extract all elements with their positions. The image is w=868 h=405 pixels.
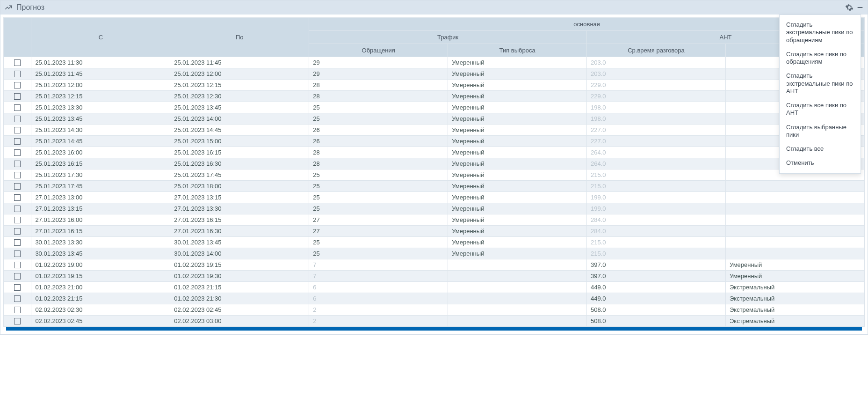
- checkbox-icon[interactable]: [14, 295, 21, 302]
- table-row[interactable]: 25.01.2023 17:3025.01.2023 17:4525Умерен…: [4, 169, 865, 181]
- table-row[interactable]: 25.01.2023 12:1525.01.2023 12:3028Умерен…: [4, 91, 865, 102]
- checkbox-icon[interactable]: [14, 116, 21, 122]
- checkbox-icon[interactable]: [14, 262, 21, 268]
- checkbox-icon[interactable]: [14, 161, 21, 167]
- table-row[interactable]: 25.01.2023 11:4525.01.2023 12:0029Умерен…: [4, 68, 865, 80]
- checkbox-icon[interactable]: [14, 127, 21, 133]
- checkbox-icon[interactable]: [14, 217, 21, 223]
- cell-aht: 215.0: [587, 248, 726, 259]
- table-row[interactable]: 02.02.2023 02:3002.02.2023 02:452508.0Эк…: [4, 304, 865, 316]
- row-checkbox-cell[interactable]: [4, 68, 31, 80]
- table-row[interactable]: 25.01.2023 14:3025.01.2023 14:4526Умерен…: [4, 125, 865, 136]
- row-checkbox-cell[interactable]: [4, 192, 31, 203]
- checkbox-icon[interactable]: [14, 228, 21, 235]
- row-checkbox-cell[interactable]: [4, 282, 31, 293]
- checkbox-icon[interactable]: [14, 284, 21, 291]
- checkbox-icon[interactable]: [14, 59, 21, 66]
- table-row[interactable]: 25.01.2023 11:3025.01.2023 11:4529Умерен…: [4, 57, 865, 68]
- menu-item-2[interactable]: Сгладить экстремальные пики по АНТ: [780, 69, 861, 98]
- checkbox-icon[interactable]: [14, 206, 21, 212]
- cell-from: 25.01.2023 14:45: [31, 136, 170, 147]
- checkbox-icon[interactable]: [14, 318, 21, 324]
- col-avg-talk[interactable]: Ср.время разговора: [587, 44, 726, 57]
- row-checkbox-cell[interactable]: [4, 91, 31, 102]
- table-row[interactable]: 27.01.2023 16:0027.01.2023 16:1527Умерен…: [4, 214, 865, 226]
- bottom-scrollbar[interactable]: [6, 327, 862, 331]
- row-checkbox-cell[interactable]: [4, 214, 31, 226]
- col-traffic[interactable]: Трафик: [309, 31, 587, 44]
- menu-item-4[interactable]: Сгладить выбранные пики: [780, 120, 861, 142]
- row-checkbox-cell[interactable]: [4, 259, 31, 271]
- cell-requests: 27: [309, 226, 448, 237]
- checkbox-icon[interactable]: [14, 138, 21, 145]
- row-checkbox-cell[interactable]: [4, 113, 31, 125]
- table-row[interactable]: 30.01.2023 13:4530.01.2023 14:0025Умерен…: [4, 248, 865, 259]
- checkbox-icon[interactable]: [14, 71, 21, 77]
- table-row[interactable]: 27.01.2023 13:1527.01.2023 13:3025Умерен…: [4, 203, 865, 214]
- row-checkbox-cell[interactable]: [4, 293, 31, 304]
- checkbox-icon[interactable]: [14, 149, 21, 156]
- table-row[interactable]: 01.02.2023 19:0001.02.2023 19:157397.0Ум…: [4, 259, 865, 271]
- row-checkbox-cell[interactable]: [4, 158, 31, 169]
- row-checkbox-cell[interactable]: [4, 181, 31, 192]
- row-checkbox-cell[interactable]: [4, 80, 31, 91]
- table-row[interactable]: 25.01.2023 14:4525.01.2023 15:0026Умерен…: [4, 136, 865, 147]
- table-row[interactable]: 01.02.2023 21:1501.02.2023 21:306449.0Эк…: [4, 293, 865, 304]
- checkbox-icon[interactable]: [14, 194, 21, 201]
- row-checkbox-cell[interactable]: [4, 271, 31, 282]
- checkbox-icon[interactable]: [14, 93, 21, 100]
- row-checkbox-cell[interactable]: [4, 304, 31, 316]
- table-row[interactable]: 25.01.2023 17:4525.01.2023 18:0025Умерен…: [4, 181, 865, 192]
- cell-from: 25.01.2023 16:15: [31, 158, 170, 169]
- menu-item-0[interactable]: Сгладить экстремальные пики по обращения…: [780, 18, 861, 47]
- checkbox-icon[interactable]: [14, 239, 21, 246]
- cell-burst-type: Умеренный: [448, 158, 587, 169]
- menu-item-5[interactable]: Сгладить все: [780, 142, 861, 156]
- row-checkbox-cell[interactable]: [4, 248, 31, 259]
- cell-from: 25.01.2023 17:30: [31, 169, 170, 181]
- table-row[interactable]: 25.01.2023 16:1525.01.2023 16:3028Умерен…: [4, 158, 865, 169]
- table-row[interactable]: 25.01.2023 16:0025.01.2023 16:1528Умерен…: [4, 147, 865, 158]
- menu-item-1[interactable]: Сгладить все пики по обращениям: [780, 47, 861, 69]
- checkbox-icon[interactable]: [14, 307, 21, 313]
- cell-aht: 203.0: [587, 57, 726, 68]
- col-to[interactable]: По: [170, 18, 309, 57]
- cell-from: 25.01.2023 12:00: [31, 80, 170, 91]
- row-checkbox-cell[interactable]: [4, 57, 31, 68]
- checkbox-icon[interactable]: [14, 250, 21, 257]
- table-row[interactable]: 01.02.2023 21:0001.02.2023 21:156449.0Эк…: [4, 282, 865, 293]
- table-row[interactable]: 27.01.2023 16:1527.01.2023 16:3027Умерен…: [4, 226, 865, 237]
- table-row[interactable]: 25.01.2023 12:0025.01.2023 12:1528Умерен…: [4, 80, 865, 91]
- row-checkbox-cell[interactable]: [4, 102, 31, 113]
- table-row[interactable]: 25.01.2023 13:3025.01.2023 13:4525Умерен…: [4, 102, 865, 113]
- table-row[interactable]: 02.02.2023 02:4502.02.2023 03:002508.0Эк…: [4, 316, 865, 327]
- row-checkbox-cell[interactable]: [4, 125, 31, 136]
- col-burst-type[interactable]: Тип выброса: [448, 44, 587, 57]
- menu-item-3[interactable]: Сгладить все пики по АНТ: [780, 98, 861, 120]
- checkbox-icon[interactable]: [14, 172, 21, 178]
- col-from[interactable]: С: [31, 18, 170, 57]
- table-row[interactable]: 27.01.2023 13:0027.01.2023 13:1525Умерен…: [4, 192, 865, 203]
- row-checkbox-cell[interactable]: [4, 203, 31, 214]
- checkbox-icon[interactable]: [14, 273, 21, 280]
- row-checkbox-cell[interactable]: [4, 169, 31, 181]
- table-row[interactable]: 01.02.2023 19:1501.02.2023 19:307397.0Ум…: [4, 271, 865, 282]
- row-checkbox-cell[interactable]: [4, 226, 31, 237]
- cell-to: 25.01.2023 14:45: [170, 125, 309, 136]
- cell-to: 25.01.2023 12:00: [170, 68, 309, 80]
- row-checkbox-cell[interactable]: [4, 147, 31, 158]
- row-checkbox-cell[interactable]: [4, 237, 31, 248]
- row-checkbox-cell[interactable]: [4, 316, 31, 327]
- row-checkbox-cell[interactable]: [4, 136, 31, 147]
- checkbox-icon[interactable]: [14, 183, 21, 190]
- table-row[interactable]: 25.01.2023 13:4525.01.2023 14:0025Умерен…: [4, 113, 865, 125]
- col-requests[interactable]: Обращения: [309, 44, 448, 57]
- checkbox-icon[interactable]: [14, 82, 21, 88]
- checkbox-icon[interactable]: [14, 104, 21, 111]
- cell-burst-type: Умеренный: [448, 80, 587, 91]
- table-row[interactable]: 30.01.2023 13:3030.01.2023 13:4525Умерен…: [4, 237, 865, 248]
- gear-icon[interactable]: [845, 3, 854, 12]
- minimize-icon[interactable]: [856, 4, 864, 11]
- cell-aht: 199.0: [587, 203, 726, 214]
- menu-item-6[interactable]: Отменить: [780, 156, 861, 170]
